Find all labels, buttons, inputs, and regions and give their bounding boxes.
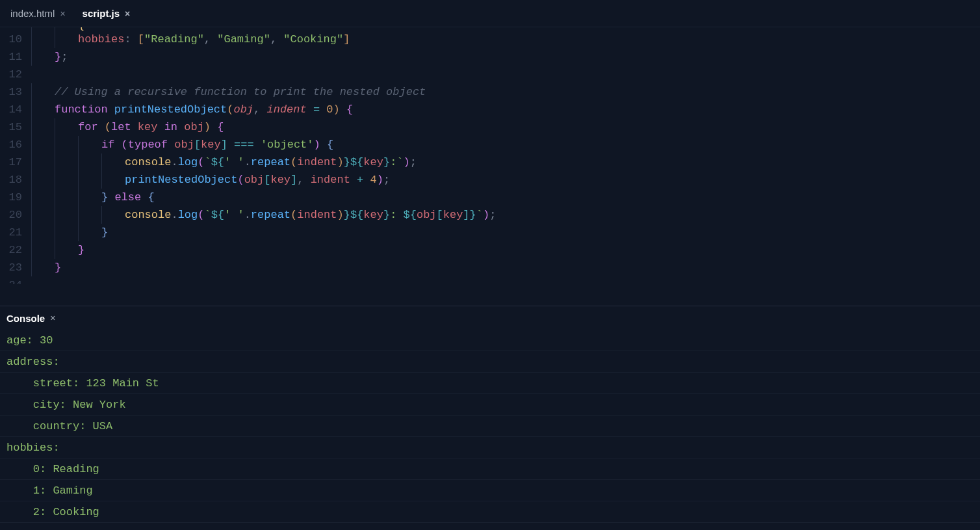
- line-number: 12: [0, 66, 31, 83]
- line-number: 15: [0, 118, 31, 136]
- line-number: 11: [0, 48, 31, 66]
- console-line: street: 123 Main St: [0, 373, 980, 394]
- line-number: 19: [0, 189, 31, 206]
- close-icon[interactable]: ×: [50, 313, 55, 323]
- line-number: 23: [0, 259, 31, 276]
- console-title: Console: [6, 313, 45, 324]
- console-output[interactable]: age: 30 address: street: 123 Main St cit…: [0, 330, 980, 530]
- line-number: 18: [0, 171, 31, 189]
- tab-label: index.html: [10, 8, 55, 19]
- console-line: country: USA: [0, 416, 980, 437]
- tab-index-html[interactable]: index.html ×: [4, 0, 71, 27]
- console-line: address:: [0, 351, 980, 373]
- line-number: 20: [0, 206, 31, 224]
- code-editor[interactable]: }, 10 hobbies: ["Reading", "Gaming", "Co…: [0, 27, 980, 306]
- close-icon[interactable]: ×: [60, 9, 65, 18]
- console-line: 1: Gaming: [0, 480, 980, 501]
- console-line: hobbies:: [0, 437, 980, 458]
- line-number: 22: [0, 241, 31, 259]
- close-icon[interactable]: ×: [125, 9, 130, 18]
- code-content: hobbies: ["Reading", "Gaming", "Cooking"…: [31, 31, 980, 48]
- console-line: city: New York: [0, 394, 980, 416]
- line-number: 16: [0, 136, 31, 153]
- line-number: 10: [0, 31, 31, 48]
- line-number: 17: [0, 153, 31, 171]
- console-line: 2: Cooking: [0, 501, 980, 523]
- tab-bar: index.html × script.js ×: [0, 0, 980, 27]
- line-number: 13: [0, 83, 31, 101]
- line-number: 24: [0, 276, 31, 284]
- tab-script-js[interactable]: script.js ×: [76, 0, 136, 27]
- line-number: 14: [0, 101, 31, 118]
- line-number: 21: [0, 224, 31, 241]
- tab-label: script.js: [83, 8, 120, 19]
- console-line: age: 30: [0, 330, 980, 351]
- console-tab[interactable]: Console ×: [0, 306, 980, 330]
- console-line: 0: Reading: [0, 458, 980, 480]
- console-panel: Console × age: 30 address: street: 123 M…: [0, 306, 980, 530]
